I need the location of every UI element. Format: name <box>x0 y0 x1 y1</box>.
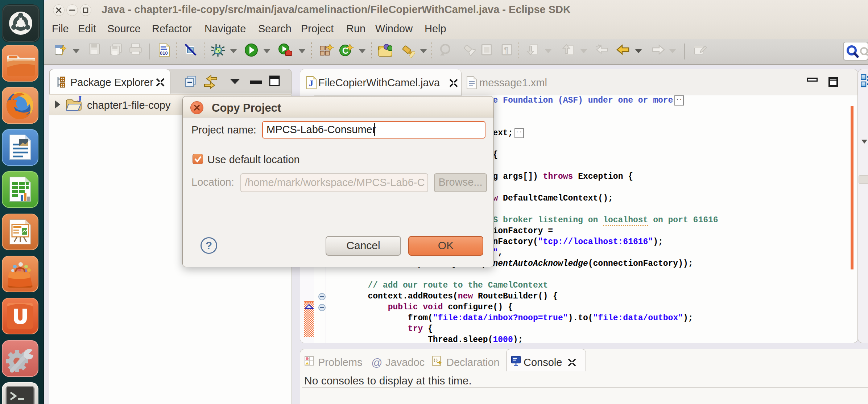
svg-text:J: J <box>309 78 313 88</box>
svg-text:J: J <box>77 95 82 103</box>
svg-text:¶: ¶ <box>504 45 508 54</box>
svg-text:010: 010 <box>160 50 168 56</box>
